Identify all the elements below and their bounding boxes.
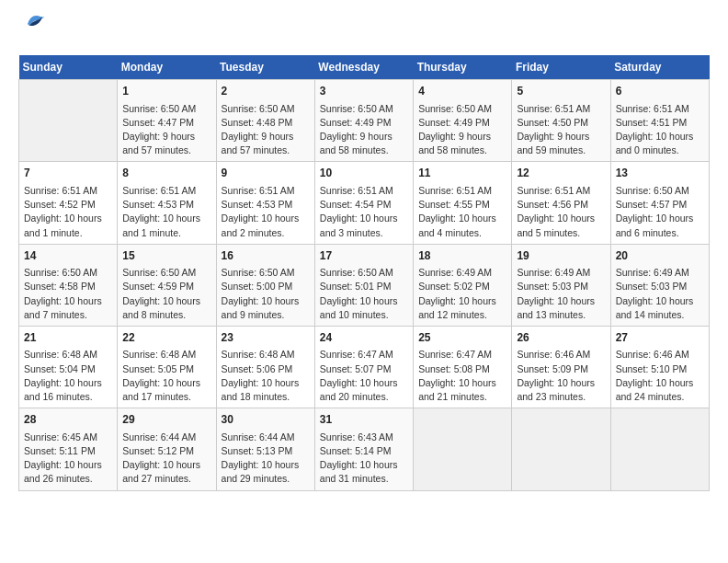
day-number: 24	[320, 330, 408, 346]
day-info: Sunrise: 6:51 AM Sunset: 4:56 PM Dayligh…	[517, 184, 605, 240]
calendar-cell: 9Sunrise: 6:51 AM Sunset: 4:53 PM Daylig…	[216, 162, 314, 244]
calendar-cell: 27Sunrise: 6:46 AM Sunset: 5:10 PM Dayli…	[610, 326, 709, 408]
calendar-cell: 18Sunrise: 6:49 AM Sunset: 5:02 PM Dayli…	[414, 244, 512, 326]
day-number: 9	[222, 166, 310, 181]
day-number: 13	[616, 166, 704, 181]
day-info: Sunrise: 6:51 AM Sunset: 4:55 PM Dayligh…	[418, 184, 506, 240]
col-header-friday: Friday	[512, 55, 610, 80]
calendar-cell: 19Sunrise: 6:49 AM Sunset: 5:03 PM Dayli…	[512, 244, 610, 326]
calendar-cell: 14Sunrise: 6:50 AM Sunset: 4:58 PM Dayli…	[19, 244, 118, 326]
calendar-cell	[19, 80, 118, 162]
day-info: Sunrise: 6:51 AM Sunset: 4:52 PM Dayligh…	[24, 184, 112, 240]
day-number: 31	[320, 412, 408, 428]
day-info: Sunrise: 6:50 AM Sunset: 4:49 PM Dayligh…	[320, 102, 408, 158]
day-info: Sunrise: 6:50 AM Sunset: 4:49 PM Dayligh…	[418, 102, 506, 158]
day-info: Sunrise: 6:43 AM Sunset: 5:14 PM Dayligh…	[320, 431, 408, 487]
day-info: Sunrise: 6:51 AM Sunset: 4:53 PM Dayligh…	[122, 184, 210, 240]
calendar-cell: 10Sunrise: 6:51 AM Sunset: 4:54 PM Dayli…	[314, 162, 413, 244]
calendar-week-row: 14Sunrise: 6:50 AM Sunset: 4:58 PM Dayli…	[19, 244, 710, 326]
day-info: Sunrise: 6:50 AM Sunset: 4:47 PM Dayligh…	[122, 102, 210, 158]
day-info: Sunrise: 6:49 AM Sunset: 5:03 PM Dayligh…	[517, 266, 605, 322]
calendar-cell: 12Sunrise: 6:51 AM Sunset: 4:56 PM Dayli…	[512, 162, 610, 244]
day-info: Sunrise: 6:51 AM Sunset: 4:50 PM Dayligh…	[517, 102, 605, 158]
calendar-cell: 5Sunrise: 6:51 AM Sunset: 4:50 PM Daylig…	[512, 80, 610, 162]
calendar-cell: 4Sunrise: 6:50 AM Sunset: 4:49 PM Daylig…	[414, 80, 512, 162]
day-number: 11	[418, 166, 506, 181]
day-number: 6	[616, 84, 704, 99]
col-header-thursday: Thursday	[414, 55, 512, 80]
day-number: 3	[320, 84, 408, 99]
calendar-cell: 15Sunrise: 6:50 AM Sunset: 4:59 PM Dayli…	[118, 244, 216, 326]
day-number: 19	[517, 248, 605, 264]
calendar-cell	[610, 408, 709, 490]
day-info: Sunrise: 6:45 AM Sunset: 5:11 PM Dayligh…	[24, 431, 112, 487]
day-number: 14	[24, 248, 112, 264]
day-number: 10	[320, 166, 408, 181]
calendar-cell: 7Sunrise: 6:51 AM Sunset: 4:52 PM Daylig…	[19, 162, 118, 244]
day-info: Sunrise: 6:44 AM Sunset: 5:12 PM Dayligh…	[122, 431, 210, 487]
calendar-cell: 16Sunrise: 6:50 AM Sunset: 5:00 PM Dayli…	[216, 244, 314, 326]
calendar-cell: 3Sunrise: 6:50 AM Sunset: 4:49 PM Daylig…	[314, 80, 413, 162]
calendar-cell: 30Sunrise: 6:44 AM Sunset: 5:13 PM Dayli…	[216, 408, 314, 490]
day-info: Sunrise: 6:50 AM Sunset: 5:00 PM Dayligh…	[222, 266, 310, 322]
calendar-cell: 26Sunrise: 6:46 AM Sunset: 5:09 PM Dayli…	[512, 326, 610, 408]
calendar-week-row: 1Sunrise: 6:50 AM Sunset: 4:47 PM Daylig…	[19, 80, 710, 162]
day-number: 5	[517, 84, 605, 99]
day-info: Sunrise: 6:49 AM Sunset: 5:02 PM Dayligh…	[418, 266, 506, 322]
day-number: 29	[122, 412, 210, 428]
calendar-cell: 17Sunrise: 6:50 AM Sunset: 5:01 PM Dayli…	[314, 244, 413, 326]
day-info: Sunrise: 6:51 AM Sunset: 4:51 PM Dayligh…	[616, 102, 704, 158]
day-info: Sunrise: 6:47 AM Sunset: 5:08 PM Dayligh…	[418, 348, 506, 404]
day-number: 28	[24, 412, 112, 428]
day-number: 20	[616, 248, 704, 264]
calendar-header-row: SundayMondayTuesdayWednesdayThursdayFrid…	[19, 55, 710, 80]
day-number: 7	[24, 166, 112, 181]
day-info: Sunrise: 6:50 AM Sunset: 4:58 PM Dayligh…	[24, 266, 112, 322]
calendar-cell	[512, 408, 610, 490]
day-number: 18	[418, 248, 506, 264]
day-info: Sunrise: 6:48 AM Sunset: 5:04 PM Dayligh…	[24, 348, 112, 404]
day-number: 17	[320, 248, 408, 264]
page-header	[18, 18, 710, 40]
day-number: 16	[222, 248, 310, 264]
calendar-cell: 1Sunrise: 6:50 AM Sunset: 4:47 PM Daylig…	[118, 80, 216, 162]
calendar-cell: 29Sunrise: 6:44 AM Sunset: 5:12 PM Dayli…	[118, 408, 216, 490]
day-info: Sunrise: 6:50 AM Sunset: 4:57 PM Dayligh…	[616, 184, 704, 240]
calendar-week-row: 28Sunrise: 6:45 AM Sunset: 5:11 PM Dayli…	[19, 408, 710, 490]
calendar-cell: 8Sunrise: 6:51 AM Sunset: 4:53 PM Daylig…	[118, 162, 216, 244]
day-number: 30	[222, 412, 310, 428]
day-info: Sunrise: 6:46 AM Sunset: 5:09 PM Dayligh…	[517, 348, 605, 404]
day-number: 27	[616, 330, 704, 346]
calendar-cell: 24Sunrise: 6:47 AM Sunset: 5:07 PM Dayli…	[314, 326, 413, 408]
calendar-cell: 11Sunrise: 6:51 AM Sunset: 4:55 PM Dayli…	[414, 162, 512, 244]
logo	[18, 18, 48, 40]
calendar-cell: 6Sunrise: 6:51 AM Sunset: 4:51 PM Daylig…	[610, 80, 709, 162]
calendar-cell: 13Sunrise: 6:50 AM Sunset: 4:57 PM Dayli…	[610, 162, 709, 244]
day-number: 12	[517, 166, 605, 181]
day-number: 4	[418, 84, 506, 99]
calendar-cell: 20Sunrise: 6:49 AM Sunset: 5:03 PM Dayli…	[610, 244, 709, 326]
day-info: Sunrise: 6:49 AM Sunset: 5:03 PM Dayligh…	[616, 266, 704, 322]
day-number: 25	[418, 330, 506, 346]
day-number: 15	[122, 248, 210, 264]
calendar-cell: 2Sunrise: 6:50 AM Sunset: 4:48 PM Daylig…	[216, 80, 314, 162]
day-info: Sunrise: 6:51 AM Sunset: 4:54 PM Dayligh…	[320, 184, 408, 240]
col-header-wednesday: Wednesday	[314, 55, 413, 80]
day-number: 23	[222, 330, 310, 346]
day-number: 1	[122, 84, 210, 99]
calendar-week-row: 7Sunrise: 6:51 AM Sunset: 4:52 PM Daylig…	[19, 162, 710, 244]
calendar-cell: 25Sunrise: 6:47 AM Sunset: 5:08 PM Dayli…	[414, 326, 512, 408]
col-header-saturday: Saturday	[610, 55, 709, 80]
day-number: 2	[222, 84, 310, 99]
calendar-cell: 23Sunrise: 6:48 AM Sunset: 5:06 PM Dayli…	[216, 326, 314, 408]
day-info: Sunrise: 6:51 AM Sunset: 4:53 PM Dayligh…	[222, 184, 310, 240]
calendar-cell: 22Sunrise: 6:48 AM Sunset: 5:05 PM Dayli…	[118, 326, 216, 408]
calendar-cell: 31Sunrise: 6:43 AM Sunset: 5:14 PM Dayli…	[314, 408, 413, 490]
day-number: 26	[517, 330, 605, 346]
day-info: Sunrise: 6:48 AM Sunset: 5:06 PM Dayligh…	[222, 348, 310, 404]
logo-bird-icon	[22, 11, 48, 31]
day-number: 21	[24, 330, 112, 346]
calendar-week-row: 21Sunrise: 6:48 AM Sunset: 5:04 PM Dayli…	[19, 326, 710, 408]
day-info: Sunrise: 6:50 AM Sunset: 5:01 PM Dayligh…	[320, 266, 408, 322]
col-header-tuesday: Tuesday	[216, 55, 314, 80]
